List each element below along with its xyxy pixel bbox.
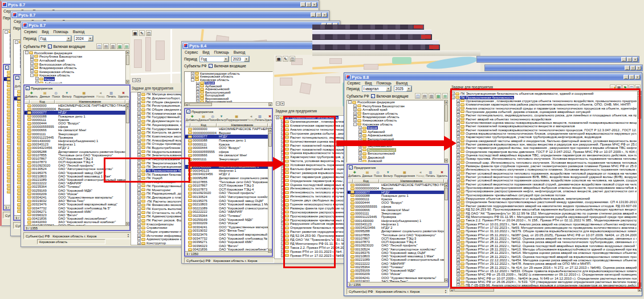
company-row[interactable]: 00221089ОАО "Кировский станкостроительны… [185,206,272,210]
menu-item-сервис[interactable]: Сервис [24,30,37,34]
expand-icon[interactable]: + [281,144,284,147]
flag-icon[interactable]: ⚑ [622,84,628,90]
toolbar-button-units[interactable]: ▦Подразделения [226,114,247,122]
company-row[interactable]: 00222222ОАО "АВАРИЯ" [25,181,129,185]
subjects-toolbar[interactable]: ◫▤▥▩▦ [96,43,129,49]
expand-icon[interactable]: + [353,115,357,119]
expand-icon[interactable]: + [281,183,284,187]
company-row[interactable]: 00195375ОАО "Кировский завод ОЦМ" [25,171,129,175]
expand-icon[interactable]: + [137,219,141,222]
company-row[interactable]: 00000088Пожарные депо 1 [25,115,129,118]
print-icon[interactable]: ▥ [110,43,116,49]
expand-icon[interactable]: + [456,258,460,262]
expand-icon[interactable]: + [456,266,460,269]
maximize-button[interactable]: □ [629,75,634,79]
company-row[interactable]: 00107867ОСП Кировская ТЭЦ-3 [348,237,448,240]
expand-icon[interactable]: + [281,132,284,135]
company-row[interactable]: 00000111Краска [348,197,448,201]
expand-icon[interactable]: - [191,78,194,82]
tree-item[interactable]: -Кировская область [24,74,125,78]
task-item[interactable]: +Размеры факела при струйном горении, ра… [450,164,637,168]
expand-icon[interactable]: + [281,151,284,155]
expand-icon[interactable]: + [456,189,460,193]
company-row[interactable]: 0000000000004Вершки [25,107,129,111]
expand-icon[interactable]: + [137,234,141,237]
menu-item-вид[interactable]: Вид [42,30,48,34]
expand-icon[interactable]: + [358,134,362,137]
task-item[interactable]: +Расчет условной вероятности поражения г… [450,183,637,186]
company-row[interactable]: 00000444ООО "Воздух" [185,146,272,150]
toolbar-button-print[interactable]: ▥Печать [255,114,264,122]
period-select[interactable]: I квартал▼ [362,86,392,92]
expand-icon[interactable]: + [281,219,284,222]
expand-icon[interactable]: + [137,123,141,127]
expand-icon[interactable]: + [358,159,362,163]
expand-icon[interactable]: + [137,184,141,188]
expand-icon[interactable]: + [137,226,141,229]
expand-icon[interactable]: + [281,246,284,249]
expand-icon[interactable]: + [137,100,141,104]
close-button[interactable]: × [636,66,641,70]
expand-icon[interactable]: + [281,195,284,198]
expand-icon[interactable]: + [456,251,460,254]
company-row[interactable]: 00107873ОСП Кировская ТЭЦ-4 [185,188,272,192]
company-row[interactable]: 00235364ОАО "Точмаш" [25,185,129,188]
minimize-button[interactable]: _ [625,66,630,70]
expand-icon[interactable]: - [25,51,28,54]
expand-icon[interactable]: + [281,187,284,190]
toolbar-button-search[interactable]: ◎Поиск [374,170,382,177]
expand-icon[interactable]: + [456,139,460,143]
expand-icon[interactable]: + [456,204,460,208]
task-item[interactable]: +Приказ МЧС РФ от 10.07.2009 г., №404 (в… [450,277,637,280]
expand-icon[interactable]: + [137,211,141,215]
toolbar-button-data[interactable]: ▤Данные [362,170,373,177]
company-row[interactable]: 00300209ОАО "Искож" [25,192,129,196]
expand-icon[interactable]: + [137,161,141,165]
expand-icon[interactable]: + [137,146,141,150]
toolbar-button-print[interactable]: ▥Печать [107,91,116,98]
company-row[interactable]: 00396323ОАО "Вятич" [185,244,272,248]
menu-item-вид[interactable]: Вид [202,50,209,54]
expand-icon[interactable]: + [281,211,284,214]
expand-icon[interactable]: + [456,200,460,204]
map-edit-icon[interactable]: ✎ [283,56,288,62]
expand-icon[interactable]: + [137,104,141,107]
task-item[interactable]: +Оценка последствий аварийных взрывов ТВ… [450,153,637,157]
expand-icon[interactable]: + [451,92,455,95]
export-icon[interactable]: ▩ [635,84,641,90]
tree-item[interactable]: +Белгородская область [24,62,125,66]
maximize-button[interactable]: □ [630,66,635,70]
companies-checkbox[interactable]: ✓ [15,76,19,80]
company-row[interactable]: 0010923020ОАО "Лесной профиль" [25,164,129,167]
expand-icon[interactable]: - [5,30,8,34]
company-row[interactable]: 00300209ОАО "Искож" [348,272,448,276]
company-row[interactable]: 00107855"Тепловые сети ОАО "Кировэнерго" [348,233,448,237]
company-row[interactable]: 00421836ОАО "Кировский лесокомбинат" [185,248,272,251]
company-row[interactable]: 00107855"Тепловые сети ОАО "Кировэнерго" [25,153,129,157]
toolbar-button-add[interactable]: ✚Добавить [186,114,198,122]
menu-item-помощь[interactable]: Помощь [54,30,68,34]
task-item[interactable]: +Расчет условной вероятности поражения В… [450,175,637,179]
titlebar[interactable]: Русь 8.7_□× [22,22,339,29]
task-item[interactable]: +Организационная , планировочная структу… [450,99,637,103]
company-row[interactable]: 00000000НЕКОММЕРЧЕСКОЕ ПАРТНЕРСТВО ГРАЖД… [25,104,129,107]
company-row[interactable]: 00222222ОАО "АВАРИЯ" [185,210,272,214]
tree-item[interactable]: +Алтайский край [24,58,125,62]
expand-icon[interactable]: + [456,175,460,179]
company-row[interactable]: 00221089ОАО "Кировский станкостроительны… [25,178,129,181]
map-open-icon[interactable]: ▦ [132,30,138,36]
expand-icon[interactable]: + [456,150,460,153]
expand-icon[interactable]: + [137,96,141,100]
company-row[interactable]: 00130524ОАО "Автотранспортное хозяйство" [25,167,129,171]
expand-icon[interactable]: + [456,183,460,186]
expand-icon[interactable]: + [456,248,460,251]
expand-icon[interactable]: + [281,230,284,233]
tasks-toolbar[interactable]: ☆▾▦⚑◫▩ [610,84,641,90]
menu-item-вид[interactable]: Вид [365,81,372,85]
expand-icon[interactable]: + [137,153,141,157]
expand-icon[interactable]: + [281,250,284,253]
menu-item-сервис[interactable]: Сервис [185,50,198,54]
expand-icon[interactable]: + [137,230,141,233]
company-row[interactable]: 00107873ОСП Кировская ТЭЦ-4 [348,240,448,244]
toolbar-button-units[interactable]: ▦Подразделения [394,170,415,177]
